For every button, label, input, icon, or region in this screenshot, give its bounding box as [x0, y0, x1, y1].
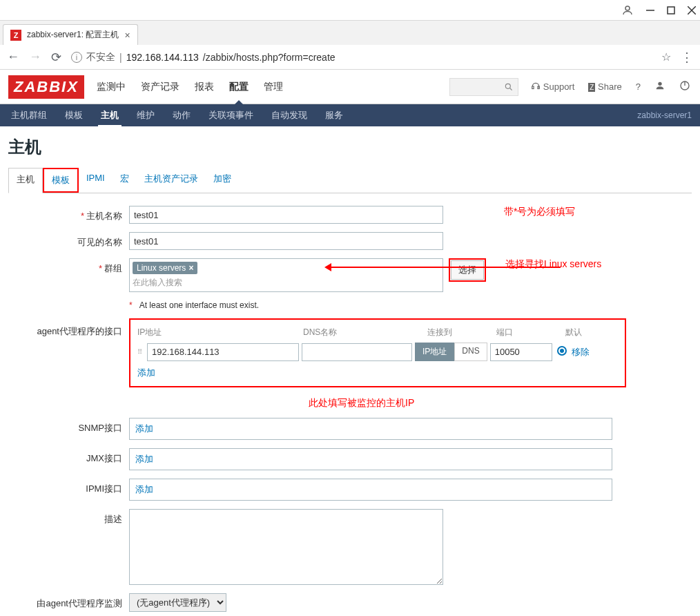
add-agent-interface-link[interactable]: 添加: [137, 367, 155, 379]
subnav-hosts[interactable]: 主机: [98, 104, 121, 127]
app-header: ZABBIX 监测中 资产记录 报表 配置 管理 Support Z Share…: [0, 70, 700, 104]
svg-rect-7: [532, 86, 534, 89]
subnav-templates[interactable]: 模板: [62, 104, 86, 127]
agent-interface-section: IP地址 DNS名称 连接到 端口 默认 ⠿ IP地址 DNS: [129, 318, 626, 387]
description-label: 描述: [8, 509, 129, 526]
search-icon: [504, 82, 514, 92]
add-snmp-link[interactable]: 添加: [135, 423, 153, 434]
nav-monitoring[interactable]: 监测中: [95, 70, 127, 104]
annotation-ip: 此处填写被监控的主机IP: [309, 397, 414, 410]
subnav-actions[interactable]: 动作: [170, 104, 193, 127]
add-ipmi-link[interactable]: 添加: [135, 484, 153, 494]
hostname-label: *主机名称: [8, 206, 129, 222]
insecure-label: 不安全: [86, 51, 115, 64]
ip-input[interactable]: [147, 343, 299, 361]
nav-configuration[interactable]: 配置: [228, 70, 250, 104]
svg-rect-2: [668, 7, 674, 14]
reload-icon[interactable]: ⟳: [51, 50, 61, 65]
page-body: 主机 主机 模板 IPMI 宏 主机资产记录 加密 *主机名称 带*号为必须填写…: [0, 126, 700, 616]
headset-icon: [531, 81, 541, 91]
tab-encryption[interactable]: 加密: [206, 168, 239, 193]
header-right: Support Z Share ?: [449, 78, 692, 96]
proxy-select[interactable]: (无agent代理程序): [129, 593, 226, 612]
bookmark-icon[interactable]: ☆: [661, 50, 671, 64]
col-ip: IP地址: [137, 327, 303, 338]
url-field[interactable]: i 不安全 | 192.168.144.113/zabbix/hosts.php…: [71, 51, 652, 64]
url-path: /zabbix/hosts.php?form=create: [203, 52, 336, 63]
group-tag[interactable]: Linux servers×: [133, 262, 197, 274]
subnav-discovery[interactable]: 自动发现: [269, 104, 310, 127]
col-connect: 连接到: [427, 327, 496, 338]
share-link[interactable]: Z Share: [587, 80, 623, 93]
jmx-label: JMX接口: [8, 448, 129, 465]
interface-required-note: *At least one interface must exist.: [129, 300, 692, 310]
info-icon[interactable]: i: [71, 52, 82, 63]
svg-point-0: [625, 6, 630, 10]
port-input[interactable]: [490, 343, 552, 361]
favicon-icon: Z: [10, 30, 21, 41]
support-link[interactable]: Support: [529, 80, 576, 93]
subnav-correlation[interactable]: 关联项事件: [206, 104, 256, 127]
minimize-icon[interactable]: [646, 6, 654, 15]
user-icon[interactable]: [621, 4, 634, 17]
tab-host[interactable]: 主机: [8, 168, 43, 193]
back-icon[interactable]: ←: [7, 50, 19, 64]
subnav-services[interactable]: 服务: [322, 104, 346, 127]
add-jmx-link[interactable]: 添加: [135, 454, 153, 464]
nav-inventory[interactable]: 资产记录: [139, 70, 181, 104]
logo[interactable]: ZABBIX: [8, 75, 84, 99]
annotation-required: 带*号为必须填写: [504, 206, 575, 218]
select-group-button[interactable]: 选择: [451, 260, 484, 280]
server-name: zabbix-server1: [637, 110, 692, 120]
help-icon[interactable]: ?: [634, 80, 642, 93]
top-nav: 监测中 资产记录 报表 配置 管理: [95, 70, 284, 104]
user-menu-icon[interactable]: [653, 79, 667, 95]
logout-icon[interactable]: [678, 79, 692, 95]
col-default: 默认: [565, 327, 607, 338]
agent-columns: IP地址 DNS名称 连接到 端口 默认: [137, 327, 618, 338]
annotation-arrow-icon: [326, 267, 561, 268]
maximize-icon[interactable]: [667, 6, 675, 15]
groups-multiselect[interactable]: Linux servers× 在此输入搜索: [129, 258, 443, 292]
tab-ipmi[interactable]: IPMI: [79, 168, 113, 193]
close-window-icon[interactable]: [688, 6, 696, 15]
sub-nav: 主机群组 模板 主机 维护 动作 关联项事件 自动发现 服务 zabbix-se…: [0, 104, 700, 126]
tab-templates[interactable]: 模板: [43, 168, 79, 193]
ipmi-iface-label: IPMI接口: [8, 479, 129, 495]
dns-input[interactable]: [302, 343, 412, 361]
groups-label: *群组: [8, 258, 129, 275]
url-host: 192.168.144.113: [126, 52, 199, 63]
groups-placeholder: 在此输入搜索: [133, 277, 440, 289]
drag-handle-icon[interactable]: ⠿: [137, 348, 144, 356]
tab-inventory[interactable]: 主机资产记录: [137, 168, 206, 193]
browser-tab[interactable]: Z zabbix-server1: 配置主机 ×: [3, 24, 138, 45]
share-icon: Z: [588, 83, 595, 92]
forward-icon: →: [29, 50, 41, 64]
agent-interface-row: ⠿ IP地址 DNS 移除: [137, 343, 618, 361]
browser-menu-icon[interactable]: ⋮: [681, 50, 693, 65]
subnav-hostgroups[interactable]: 主机群组: [8, 104, 50, 127]
default-radio[interactable]: [557, 346, 567, 356]
search-input[interactable]: [449, 78, 518, 96]
tab-title: zabbix-server1: 配置主机: [27, 29, 119, 41]
hostname-input[interactable]: [129, 206, 443, 224]
description-textarea[interactable]: [129, 509, 443, 585]
visiblename-label: 可见的名称: [8, 232, 129, 249]
nav-administration[interactable]: 管理: [262, 70, 284, 104]
subnav-maintenance[interactable]: 维护: [134, 104, 157, 127]
svg-point-5: [505, 84, 510, 88]
address-bar: ← → ⟳ i 不安全 | 192.168.144.113/zabbix/hos…: [0, 45, 700, 70]
close-tab-icon[interactable]: ×: [124, 30, 130, 41]
remove-interface-link[interactable]: 移除: [572, 346, 590, 358]
svg-line-6: [510, 88, 512, 90]
connect-ip-button[interactable]: IP地址: [415, 343, 454, 361]
connect-dns-button[interactable]: DNS: [454, 343, 487, 361]
proxy-label: 由agent代理程序监测: [8, 593, 129, 610]
nav-reports[interactable]: 报表: [193, 70, 215, 104]
agent-iface-label: agent代理程序的接口: [8, 318, 129, 338]
window-titlebar: [0, 0, 700, 21]
visiblename-input[interactable]: [129, 232, 443, 250]
remove-tag-icon[interactable]: ×: [188, 263, 193, 273]
tab-macros[interactable]: 宏: [113, 168, 137, 193]
browser-tabstrip: Z zabbix-server1: 配置主机 ×: [0, 21, 700, 45]
